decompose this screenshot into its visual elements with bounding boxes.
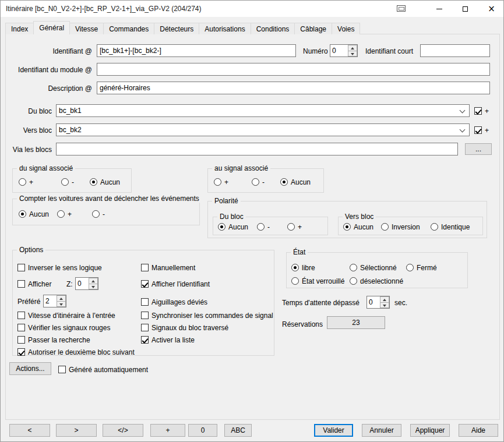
identifiant-input[interactable] [97, 44, 296, 57]
vers-bloc-plus-option: + [474, 126, 489, 135]
module-input[interactable] [97, 63, 490, 76]
temps-attente-input[interactable] [367, 296, 380, 308]
radio-label: Inversion [392, 223, 420, 231]
nav-next-button[interactable]: > [56, 424, 97, 437]
tab-detecteurs[interactable]: Détecteurs [154, 23, 199, 34]
au-signal-option-plus: + [214, 178, 228, 186]
synchroniser-checkbox[interactable] [141, 312, 149, 319]
vers-bloc-combobox[interactable]: bc_bk2 [56, 123, 470, 136]
etat-deselectionne-radio[interactable] [350, 277, 357, 285]
passer-checkbox[interactable] [17, 336, 25, 344]
actions-button[interactable]: Actions... [9, 362, 51, 375]
tab-conditions[interactable]: Conditions [251, 23, 295, 34]
etat-selectionne-radio[interactable] [350, 264, 357, 271]
spin-down-icon[interactable] [89, 284, 98, 290]
spin-down-icon[interactable] [380, 302, 389, 309]
du-bloc-combobox[interactable]: bc_bk1 [56, 104, 470, 117]
option-genere-automatiquement: Généré automatiquement [58, 365, 148, 374]
minimize-button[interactable] [426, 1, 452, 17]
via-blocs-browse-button[interactable]: ... [465, 143, 492, 155]
prefere-input[interactable] [44, 295, 57, 307]
etat-ferme-radio[interactable] [406, 264, 414, 271]
description-label: Description @ [11, 84, 92, 93]
manuellement-checkbox[interactable] [141, 264, 149, 271]
du-signal-aucun-radio[interactable] [90, 178, 97, 186]
compter-minus-radio[interactable] [92, 210, 100, 218]
option-passer: Passer la recherche [17, 335, 90, 344]
appliquer-button[interactable]: Appliquer [410, 424, 450, 437]
maximize-button[interactable] [452, 1, 478, 17]
options-group-title: Options [17, 246, 45, 254]
valider-button[interactable]: Valider [314, 424, 353, 437]
polarite-vers-aucun-radio[interactable] [343, 223, 351, 231]
temps-attente-spinner [366, 296, 390, 309]
aiguillages-checkbox[interactable] [141, 298, 149, 306]
minimize-icon [436, 9, 442, 9]
spin-down-icon[interactable] [57, 301, 66, 307]
du-bloc-plus-checkbox[interactable] [474, 107, 482, 115]
vitesse-checkbox[interactable] [17, 312, 25, 319]
polarite-du-aucun-radio[interactable] [218, 223, 225, 231]
nav-abc-button[interactable]: ABC [224, 424, 252, 437]
aide-button[interactable]: Aide [459, 424, 498, 437]
compter-group-title: Compter les voitures avant de déclencher… [17, 195, 202, 203]
afficher-checkbox[interactable] [17, 280, 25, 288]
genere-automatiquement-checkbox[interactable] [58, 366, 66, 373]
tab-cablage[interactable]: Câblage [294, 23, 332, 34]
inverser-checkbox[interactable] [17, 264, 25, 271]
radio-label: - [103, 210, 105, 218]
radio-label: Identique [441, 223, 470, 231]
tab-index[interactable]: Index [5, 23, 34, 34]
au-signal-plus-radio[interactable] [214, 178, 221, 186]
checkbox-label: Afficher l'identifiant [151, 280, 210, 288]
nav-xml-button[interactable]: </​> [103, 424, 143, 437]
reservations-label: Réservations [282, 320, 323, 328]
afficher-identifiant-checkbox[interactable] [141, 280, 149, 288]
tab-commandes[interactable]: Commandes [103, 23, 154, 34]
temps-unit-label: sec. [394, 299, 407, 307]
nav-zero-button[interactable]: 0 [188, 424, 217, 437]
tab-autorisations[interactable]: Autorisations [199, 23, 251, 34]
nav-prev-button[interactable]: < [9, 424, 50, 437]
spin-down-icon[interactable] [348, 51, 357, 57]
identifiant-court-input[interactable] [420, 44, 490, 57]
compter-aucun-radio[interactable] [19, 210, 26, 218]
tab-vitesse[interactable]: Vitesse [69, 23, 104, 34]
autoriser-checkbox[interactable] [17, 348, 25, 356]
activer-liste-checkbox[interactable] [141, 336, 149, 344]
nav-add-button[interactable]: + [150, 424, 185, 437]
etat-option-libre: libre [291, 263, 315, 272]
polarite-du-plus-radio[interactable] [287, 223, 295, 231]
etat-libre-radio[interactable] [291, 264, 299, 271]
annuler-button[interactable]: Annuler [362, 424, 401, 437]
z-input[interactable] [76, 278, 89, 289]
checkbox-label: Inverser le sens logique [28, 264, 102, 272]
via-blocs-input[interactable] [56, 143, 458, 155]
au-signal-aucun-radio[interactable] [280, 178, 288, 186]
au-signal-minus-radio[interactable] [252, 178, 259, 186]
close-button[interactable]: × [478, 1, 504, 17]
option-inverser: Inverser le sens logique [17, 263, 102, 272]
du-bloc-combobox-value: bc_bk1 [59, 107, 82, 115]
polarite-du-minus-radio[interactable] [257, 223, 265, 231]
numero-input[interactable] [330, 45, 348, 56]
compter-plus-radio[interactable] [57, 210, 65, 218]
du-signal-plus-radio[interactable] [19, 178, 26, 186]
vers-bloc-plus-label: + [485, 126, 489, 135]
compter-group: Compter les voitures avant de déclencher… [12, 199, 200, 225]
tab-general[interactable]: Général [33, 21, 70, 34]
checkbox-label: Passer la recherche [28, 336, 90, 344]
vers-bloc-plus-checkbox[interactable] [474, 126, 482, 134]
polarite-vers-inversion-radio[interactable] [381, 223, 389, 231]
signaux-traverse-checkbox[interactable] [141, 324, 149, 331]
tab-voies[interactable]: Voies [332, 23, 360, 34]
etat-verrouille-radio[interactable] [291, 277, 299, 285]
description-input[interactable] [97, 82, 490, 94]
verifier-checkbox[interactable] [17, 324, 25, 331]
option-verifier: Vérifier les signaux rouges [17, 323, 110, 332]
du-signal-minus-radio[interactable] [61, 178, 69, 186]
via-blocs-label: Via les blocs [9, 146, 52, 154]
polarite-vers-identique-radio[interactable] [431, 223, 438, 231]
etat-option-deselectionne: déselectionné [350, 277, 403, 285]
prefere-spin-buttons [57, 295, 66, 307]
